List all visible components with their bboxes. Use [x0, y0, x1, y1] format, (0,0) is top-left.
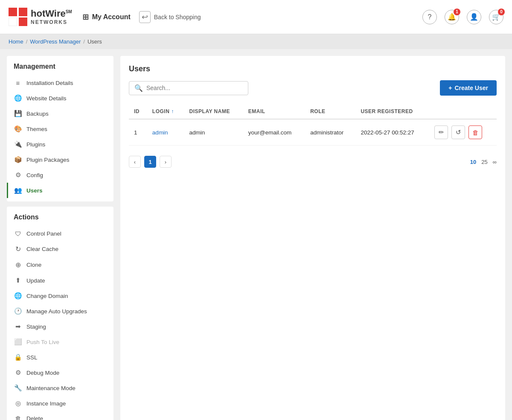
plugin-packages-icon: 📦	[14, 156, 22, 163]
page-nav: ‹ 1 ›	[129, 156, 172, 168]
sidebar-item-delete[interactable]: 🗑 Delete	[7, 411, 113, 420]
cell-role: administrator	[305, 119, 355, 146]
logo-square-red-tl	[9, 8, 17, 16]
delete-row-button[interactable]: 🗑	[468, 125, 482, 139]
logo-networks: NETWORKS	[31, 19, 72, 25]
logo-square-red-br	[19, 18, 27, 26]
logo-sm: SM	[66, 9, 72, 14]
themes-icon: 🎨	[14, 125, 22, 133]
control-panel-icon: 🛡	[14, 230, 22, 237]
cart-badge: 0	[498, 9, 505, 15]
logo-text: hotWireSM NETWORKS	[31, 9, 72, 25]
sidebar-label: Website Details	[26, 95, 67, 102]
col-role: ROLE	[305, 104, 355, 119]
sidebar-item-change-domain[interactable]: 🌐 Change Domain	[7, 288, 113, 303]
sidebar-item-update[interactable]: ⬆ Update	[7, 273, 113, 288]
push-to-live-icon: ⬜	[14, 338, 22, 346]
action-label: Clone	[26, 262, 41, 268]
action-label: Instance Image	[26, 400, 66, 407]
page-title: Users	[129, 64, 497, 73]
help-button[interactable]: ?	[422, 10, 437, 24]
sidebar-item-manage-auto-upgrades[interactable]: 🕐 Manage Auto Upgrades	[7, 303, 113, 319]
cell-display-name: admin	[184, 119, 243, 146]
update-icon: ⬆	[14, 277, 22, 284]
sidebar-label: Installation Details	[26, 80, 73, 86]
installation-icon: ≡	[14, 79, 22, 87]
sidebar-item-ssl[interactable]: 🔒 SSL	[7, 350, 113, 365]
sidebar-label: Users	[26, 187, 43, 194]
action-label: Debug Mode	[26, 370, 59, 376]
create-user-label: Create User	[454, 85, 488, 91]
logo: hotWireSM NETWORKS	[9, 8, 72, 26]
account-button[interactable]: 👤	[467, 10, 481, 24]
header: hotWireSM NETWORKS ⊞ My Account ↩ Back t…	[0, 0, 512, 34]
sort-icon: ↑	[171, 108, 174, 114]
sidebar-item-instance-image[interactable]: ◎ Instance Image	[7, 396, 113, 411]
prev-page-button[interactable]: ‹	[129, 156, 141, 168]
sidebar-item-staging[interactable]: ➡ Staging	[7, 319, 113, 334]
create-user-button[interactable]: + Create User	[440, 80, 497, 96]
back-arrow-icon: ↩	[139, 11, 151, 23]
sidebar-item-config[interactable]: ⚙ Config	[7, 167, 113, 183]
sidebar-item-maintenance-mode[interactable]: 🔧 Maintenance Mode	[7, 380, 113, 396]
sidebar-item-control-panel[interactable]: 🛡 Control Panel	[7, 226, 113, 241]
sidebar-item-debug-mode[interactable]: ⚙ Debug Mode	[7, 365, 113, 380]
edit-button[interactable]: ✏	[434, 125, 448, 139]
page-size-25[interactable]: 25	[481, 159, 487, 165]
search-box[interactable]: 🔍	[129, 81, 248, 95]
table-row: 1 admin admin your@email.com administrat…	[129, 119, 497, 146]
cell-email: your@email.com	[243, 119, 305, 146]
page-size-all[interactable]: ∞	[493, 159, 497, 165]
col-actions	[429, 104, 497, 119]
sidebar-item-website-details[interactable]: 🌐 Website Details	[7, 90, 113, 106]
cell-login[interactable]: admin	[147, 119, 184, 146]
plus-icon: +	[448, 85, 452, 91]
col-email: EMAIL	[243, 104, 305, 119]
col-login[interactable]: LOGIN ↑	[147, 104, 184, 119]
action-label: Push To Live	[26, 339, 59, 345]
back-label: Back to Shopping	[154, 14, 201, 20]
toolbar: 🔍 + Create User	[129, 80, 497, 96]
main-layout: Management ≡ Installation Details 🌐 Webs…	[0, 49, 512, 420]
instance-image-icon: ◎	[14, 400, 22, 407]
notifications-button[interactable]: 🔔 1	[445, 10, 459, 24]
back-to-shopping[interactable]: ↩ Back to Shopping	[139, 11, 201, 23]
page-size-selector: 10 25 ∞	[470, 159, 497, 165]
sidebar-item-clone[interactable]: ⊕ Clone	[7, 257, 113, 273]
sidebar-item-backups[interactable]: 💾 Backups	[7, 106, 113, 121]
sidebar-item-users[interactable]: 👥 Users	[7, 183, 113, 198]
users-table: ID LOGIN ↑ DISPLAY NAME EMAIL ROLE USER …	[129, 104, 497, 146]
sidebar-label: Backups	[26, 111, 49, 117]
ssl-icon: 🔒	[14, 353, 22, 361]
sidebar-item-installation-details[interactable]: ≡ Installation Details	[7, 76, 113, 90]
breadcrumb-sep-2: /	[83, 38, 85, 45]
change-domain-icon: 🌐	[14, 292, 22, 300]
sidebar-label: Plugin Packages	[26, 157, 70, 163]
sidebar-item-clear-cache[interactable]: ↻ Clear Cache	[7, 241, 113, 257]
page-size-10[interactable]: 10	[470, 159, 476, 165]
sidebar-item-push-to-live: ⬜ Push To Live	[7, 334, 113, 350]
breadcrumb-sep-1: /	[26, 38, 28, 45]
breadcrumb-home[interactable]: Home	[9, 38, 23, 45]
action-label: SSL	[26, 354, 38, 361]
sidebar-item-plugin-packages[interactable]: 📦 Plugin Packages	[7, 152, 113, 167]
sidebar: Management ≡ Installation Details 🌐 Webs…	[7, 56, 113, 420]
page-number-1[interactable]: 1	[144, 156, 156, 168]
cell-id: 1	[129, 119, 147, 146]
actions-title: Actions	[7, 213, 113, 226]
action-label: Staging	[26, 324, 46, 330]
next-page-button[interactable]: ›	[160, 156, 172, 168]
search-input[interactable]	[146, 85, 243, 91]
sidebar-item-plugins[interactable]: 🔌 Plugins	[7, 137, 113, 152]
breadcrumb-wp-manager[interactable]: WordPress Manager	[30, 38, 81, 45]
sidebar-item-themes[interactable]: 🎨 Themes	[7, 121, 113, 137]
my-account-nav[interactable]: ⊞ My Account	[82, 12, 131, 22]
management-card: Management ≡ Installation Details 🌐 Webs…	[7, 56, 113, 201]
grid-icon: ⊞	[82, 12, 89, 22]
plugins-icon: 🔌	[14, 140, 22, 148]
website-icon: 🌐	[14, 94, 22, 102]
staging-icon: ➡	[14, 323, 22, 330]
restore-button[interactable]: ↺	[451, 125, 465, 139]
debug-mode-icon: ⚙	[14, 369, 22, 376]
cart-button[interactable]: 🛒 0	[489, 10, 503, 24]
